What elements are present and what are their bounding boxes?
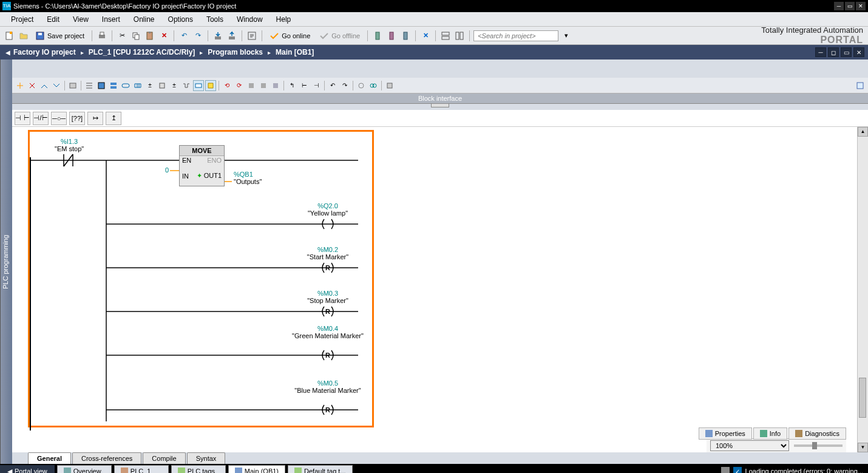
status-tab-plctags[interactable]: PLC tags bbox=[171, 465, 226, 473]
et-icon-15[interactable] bbox=[193, 80, 204, 91]
et-icon-5[interactable] bbox=[67, 80, 78, 91]
status-tab-defaulttag[interactable]: Default tag t... bbox=[288, 465, 352, 473]
print-icon[interactable] bbox=[96, 30, 108, 42]
breadcrumb-item[interactable]: PLC_1 [CPU 1212C AC/DC/Rly] bbox=[87, 48, 197, 56]
et-icon-22[interactable]: ↰ bbox=[287, 80, 297, 91]
undo-icon[interactable]: ↶ bbox=[178, 30, 190, 42]
search-input[interactable] bbox=[473, 30, 558, 41]
scroll-up-icon[interactable]: ▲ bbox=[858, 127, 868, 137]
menu-window[interactable]: Window bbox=[231, 13, 269, 26]
et-icon-24[interactable]: ⊣ bbox=[311, 80, 322, 91]
tool-icon-2[interactable] bbox=[385, 30, 398, 42]
et-icon-11[interactable]: ± bbox=[144, 80, 155, 91]
editor-minimize-button[interactable]: ─ bbox=[815, 47, 826, 57]
close-button[interactable]: ✕ bbox=[856, 2, 866, 10]
minimize-button[interactable]: ─ bbox=[834, 2, 844, 10]
zoom-slider[interactable] bbox=[794, 444, 843, 447]
tool-icon-1[interactable] bbox=[371, 30, 384, 42]
status-tab-overview[interactable]: Overview bbox=[57, 465, 112, 473]
lad-branch-open-icon[interactable]: ↦ bbox=[87, 112, 103, 125]
et-icon-26[interactable]: ↷ bbox=[339, 80, 350, 91]
tab-syntax[interactable]: Syntax bbox=[187, 452, 226, 464]
menu-online[interactable]: Online bbox=[127, 13, 161, 26]
save-project-button[interactable]: Save project bbox=[32, 30, 88, 42]
zoom-select[interactable]: 100% bbox=[710, 440, 789, 451]
et-icon-13[interactable]: ± bbox=[169, 80, 180, 91]
open-project-icon[interactable] bbox=[18, 30, 30, 42]
et-icon-8[interactable] bbox=[108, 80, 119, 91]
menu-insert[interactable]: Insert bbox=[96, 13, 126, 26]
tab-info[interactable]: Info bbox=[753, 427, 787, 440]
menu-edit[interactable]: Edit bbox=[41, 13, 66, 26]
download-icon[interactable] bbox=[212, 30, 224, 42]
et-icon-17[interactable]: ⟲ bbox=[222, 80, 232, 91]
et-icon-12[interactable] bbox=[157, 80, 168, 91]
et-icon-9[interactable] bbox=[120, 80, 131, 91]
menu-tools[interactable]: Tools bbox=[200, 13, 229, 26]
et-icon-4[interactable] bbox=[51, 80, 62, 91]
breadcrumb-back-icon[interactable]: ◀ bbox=[4, 49, 12, 56]
et-icon-6[interactable] bbox=[84, 80, 95, 91]
editor-maximize-button[interactable]: ◻ bbox=[828, 47, 839, 57]
menu-view[interactable]: View bbox=[67, 13, 95, 26]
et-icon-3[interactable] bbox=[39, 80, 50, 91]
redo-icon[interactable]: ↷ bbox=[192, 30, 204, 42]
new-project-icon[interactable] bbox=[4, 30, 16, 42]
upload-icon[interactable] bbox=[226, 30, 238, 42]
et-icon-27[interactable] bbox=[356, 80, 367, 91]
paste-icon[interactable] bbox=[144, 30, 156, 42]
compile-icon[interactable] bbox=[246, 30, 258, 42]
vertical-scrollbar[interactable]: ▲ ▼ bbox=[857, 127, 868, 452]
delete-icon[interactable]: ✕ bbox=[158, 30, 170, 42]
tool-icon-3[interactable] bbox=[399, 30, 412, 42]
lad-box-icon[interactable]: [??] bbox=[69, 112, 85, 125]
tab-properties[interactable]: Properties bbox=[699, 427, 752, 440]
et-icon-16[interactable] bbox=[205, 80, 216, 91]
menu-help[interactable]: Help bbox=[270, 13, 297, 26]
editor-float-button[interactable]: ▭ bbox=[841, 47, 852, 57]
cross-ref-icon[interactable]: ✕ bbox=[419, 30, 432, 42]
et-icon-29[interactable] bbox=[384, 80, 395, 91]
status-tab-main[interactable]: Main (OB1) bbox=[228, 465, 285, 473]
et-icon-19[interactable] bbox=[246, 80, 257, 91]
et-icon-20[interactable] bbox=[258, 80, 269, 91]
split-v-icon[interactable] bbox=[453, 30, 466, 42]
et-settings-icon[interactable] bbox=[855, 80, 866, 91]
side-tab-plc-programming[interactable]: PLC programming bbox=[0, 60, 12, 464]
split-h-icon[interactable] bbox=[439, 30, 452, 42]
et-icon-14[interactable] bbox=[181, 80, 192, 91]
search-dropdown-icon[interactable]: ▾ bbox=[560, 30, 572, 42]
maximize-button[interactable]: ▭ bbox=[845, 2, 855, 10]
et-icon-10[interactable] bbox=[132, 80, 143, 91]
portal-view-button[interactable]: ◀ Portal view bbox=[0, 465, 55, 474]
tab-diagnostics[interactable]: Diagnostics bbox=[788, 427, 846, 440]
breadcrumb-item[interactable]: Factory IO project bbox=[12, 48, 77, 56]
et-icon-21[interactable] bbox=[270, 80, 281, 91]
editor-close-button[interactable]: ✕ bbox=[853, 47, 864, 57]
lad-no-contact-icon[interactable]: ⊣ ⊢ bbox=[15, 112, 30, 125]
et-icon-25[interactable]: ↶ bbox=[327, 80, 338, 91]
lad-nc-contact-icon[interactable]: ⊣/⊢ bbox=[33, 112, 49, 125]
block-interface-toggle[interactable] bbox=[431, 104, 449, 107]
menu-options[interactable]: Options bbox=[162, 13, 199, 26]
scroll-down-icon[interactable]: ▼ bbox=[858, 443, 868, 452]
breadcrumb-item[interactable]: Program blocks bbox=[206, 48, 264, 56]
lad-branch-close-icon[interactable]: ↥ bbox=[106, 112, 121, 125]
tab-cross-references[interactable]: Cross-references bbox=[72, 452, 141, 464]
tab-general[interactable]: General bbox=[28, 452, 71, 464]
menu-project[interactable]: Project bbox=[5, 13, 39, 26]
et-icon-28[interactable] bbox=[368, 80, 379, 91]
go-online-button[interactable]: Go online bbox=[266, 30, 314, 42]
et-icon-1[interactable] bbox=[15, 80, 25, 91]
lad-coil-icon[interactable]: ─○─ bbox=[51, 112, 67, 125]
tab-compile[interactable]: Compile bbox=[143, 452, 185, 464]
copy-icon[interactable] bbox=[130, 30, 142, 42]
cut-icon[interactable]: ✂ bbox=[116, 30, 128, 42]
et-icon-23[interactable]: ⊢ bbox=[299, 80, 310, 91]
et-icon-2[interactable] bbox=[27, 80, 38, 91]
breadcrumb-item[interactable]: Main [OB1] bbox=[274, 48, 315, 56]
et-icon-18[interactable]: ⟳ bbox=[234, 80, 245, 91]
et-icon-7[interactable] bbox=[96, 80, 107, 91]
move-instruction-block[interactable]: MOVE EN ENO IN ✦ OUT1 bbox=[179, 145, 225, 186]
status-tab-plc1[interactable]: PLC_1 bbox=[114, 465, 169, 473]
